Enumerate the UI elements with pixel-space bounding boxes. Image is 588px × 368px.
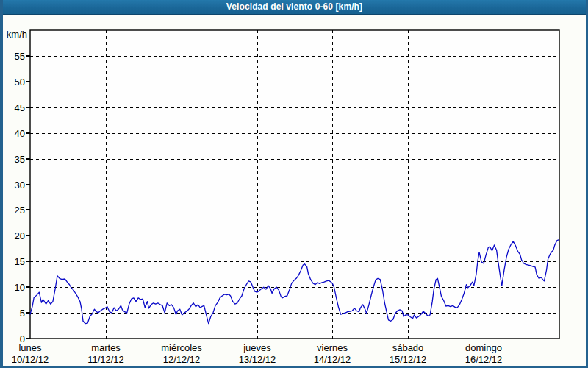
y-tick-label: 5 [20,308,25,319]
day-name-label: lunes [18,342,42,353]
day-name-label: sábado [392,342,424,353]
day-date-label: 12/12/12 [163,354,201,365]
y-tick-label: 10 [15,282,25,293]
day-date-label: 14/12/12 [314,354,351,365]
day-date-label: 10/12/12 [12,354,49,365]
day-date-label: 13/12/12 [239,354,276,365]
wind-chart-window: Velocidad del viento 0-60 [km/h] 0510152… [0,0,588,368]
day-name-label: viernes [317,342,348,353]
chart-title: Velocidad del viento 0-60 [km/h] [226,0,362,14]
y-tick-label: 30 [15,180,25,191]
day-name-label: jueves [243,342,271,353]
window-titlebar: Velocidad del viento 0-60 [km/h] [3,0,586,15]
y-axis-unit-label: km/h [7,29,27,40]
day-name-label: martes [91,342,121,353]
day-date-label: 16/12/12 [465,354,503,365]
day-name-label: domingo [465,342,502,353]
y-tick-label: 50 [15,77,25,88]
y-tick-label: 25 [15,205,25,216]
day-date-label: 11/12/12 [87,354,124,365]
y-tick-label: 55 [15,51,25,62]
chart-panel: 0510152025303540455055km/hlunes10/12/12m… [3,15,586,366]
day-date-label: 15/12/12 [390,354,427,365]
wind-speed-chart: 0510152025303540455055km/hlunes10/12/12m… [3,15,586,366]
y-tick-label: 15 [15,256,25,267]
y-tick-label: 35 [15,154,25,165]
y-tick-label: 40 [15,128,25,139]
y-tick-label: 45 [15,102,25,113]
y-tick-label: 20 [15,230,25,241]
day-name-label: miércoles [161,342,202,353]
